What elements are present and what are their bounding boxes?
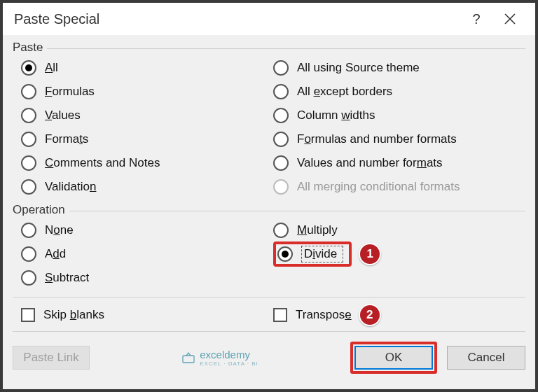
paste-all[interactable]: All	[21, 56, 273, 80]
ok-button[interactable]: OK	[354, 346, 433, 370]
paste-comments-and-notes[interactable]: Comments and Notes	[21, 151, 273, 175]
op-divide-label: Divide	[304, 247, 337, 260]
paste-all-except-borders-label: All except borders	[297, 85, 392, 99]
op-divide[interactable]: Divide1	[273, 242, 525, 266]
op-none[interactable]: None	[21, 218, 273, 242]
transpose-checkbox[interactable]: Transpose	[273, 308, 352, 322]
logo-icon	[181, 351, 195, 365]
paste-formats[interactable]: Formats	[21, 127, 273, 151]
paste-all-using-source-theme-label: All using Source theme	[297, 61, 420, 75]
close-button[interactable]	[493, 3, 527, 35]
operation-header: Operation	[13, 203, 65, 217]
titlebar: Paste Special ?	[3, 3, 535, 35]
paste-header: Paste	[13, 41, 43, 55]
paste-all-using-source-theme[interactable]: All using Source theme	[273, 56, 525, 80]
cancel-button[interactable]: Cancel	[447, 346, 525, 370]
paste-validation[interactable]: Validation	[21, 175, 273, 199]
paste-validation-radio[interactable]	[21, 179, 36, 195]
svg-rect-2	[183, 356, 194, 363]
paste-values-and-number-formats-radio[interactable]	[273, 155, 289, 171]
paste-formats-radio[interactable]	[21, 132, 36, 147]
paste-values-and-number-formats[interactable]: Values and number formats	[273, 151, 525, 175]
op-add-label: Add	[45, 247, 66, 261]
paste-formulas-and-number-formats-radio[interactable]	[273, 132, 289, 147]
op-multiply[interactable]: Multiply	[273, 218, 525, 242]
op-add[interactable]: Add	[21, 242, 273, 266]
op-multiply-label: Multiply	[297, 223, 338, 237]
paste-comments-and-notes-radio[interactable]	[21, 155, 36, 171]
paste-all-radio[interactable]	[21, 60, 36, 76]
skip-blanks-checkbox[interactable]: Skip blanks	[21, 303, 273, 327]
paste-all-merging-conditional-formats-radio	[273, 179, 289, 195]
paste-all-using-source-theme-radio[interactable]	[273, 60, 289, 76]
op-divide-radio[interactable]	[277, 246, 293, 262]
button-bar: Paste Link exceldemy EXCEL · DATA · BI O…	[13, 339, 525, 374]
op-add-radio[interactable]	[21, 246, 36, 262]
op-subtract-radio[interactable]	[21, 270, 36, 286]
paste-formulas-label: Formulas	[45, 85, 95, 99]
paste-formulas[interactable]: Formulas	[21, 80, 273, 104]
paste-validation-label: Validation	[45, 180, 96, 194]
exceldemy-logo: exceldemy EXCEL · DATA · BI	[181, 349, 258, 367]
op-none-label: None	[45, 223, 74, 237]
paste-all-except-borders-radio[interactable]	[273, 84, 289, 99]
annotation-badge-2: 2	[359, 304, 381, 326]
paste-column-widths-radio[interactable]	[273, 108, 289, 123]
paste-values-and-number-formats-label: Values and number formats	[297, 156, 443, 170]
ok-highlight: OK	[350, 342, 437, 374]
op-subtract-label: Subtract	[45, 271, 89, 285]
paste-link-button: Paste Link	[13, 346, 90, 370]
paste-all-merging-conditional-formats: All merging conditional formats	[273, 175, 525, 199]
paste-options: AllFormulasValuesFormatsComments and Not…	[13, 56, 525, 199]
transpose-label: Transpose	[296, 308, 352, 322]
paste-column-widths-label: Column widths	[297, 108, 375, 122]
paste-formats-label: Formats	[45, 132, 88, 146]
dialog-title: Paste Special	[14, 11, 460, 27]
paste-all-except-borders[interactable]: All except borders	[273, 80, 525, 104]
op-multiply-radio[interactable]	[273, 223, 289, 238]
op-subtract[interactable]: Subtract	[21, 266, 273, 290]
dialog-content: Paste AllFormulasValuesFormatsComments a…	[3, 35, 535, 379]
paste-formulas-and-number-formats-label: Formulas and number formats	[297, 132, 457, 146]
paste-column-widths[interactable]: Column widths	[273, 104, 525, 127]
paste-formulas-radio[interactable]	[21, 84, 36, 99]
paste-values-label: Values	[45, 108, 81, 122]
paste-values-radio[interactable]	[21, 108, 36, 123]
op-none-radio[interactable]	[21, 223, 36, 238]
help-button[interactable]: ?	[460, 3, 493, 35]
paste-values[interactable]: Values	[21, 104, 273, 127]
paste-formulas-and-number-formats[interactable]: Formulas and number formats	[273, 127, 525, 151]
paste-all-merging-conditional-formats-label: All merging conditional formats	[297, 180, 460, 194]
annotation-badge-1: 1	[359, 243, 381, 265]
paste-comments-and-notes-label: Comments and Notes	[45, 156, 160, 170]
paste-all-label: All	[45, 61, 58, 75]
close-icon	[504, 13, 516, 24]
operation-options: NoneAddSubtract MultiplyDivide1	[13, 218, 525, 290]
skip-blanks-label: Skip blanks	[43, 308, 104, 322]
